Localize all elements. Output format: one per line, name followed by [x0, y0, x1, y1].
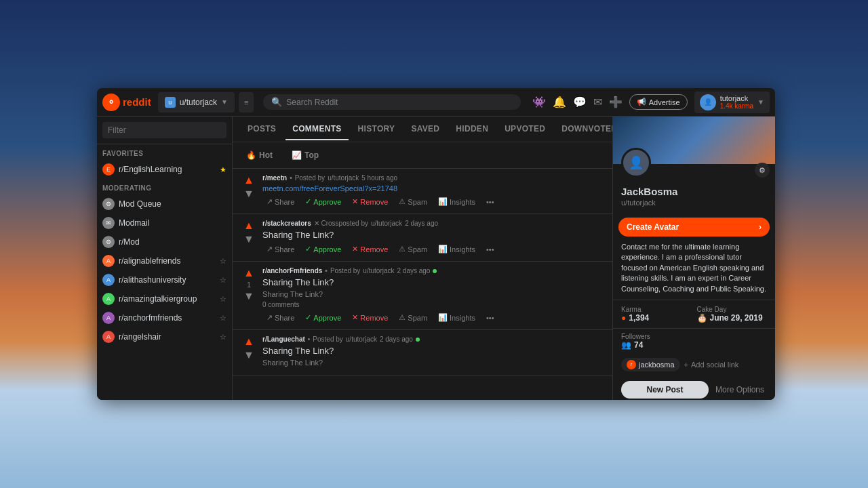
alignable-icon: A: [102, 255, 115, 267]
tab-arrow-icon: ▼: [221, 98, 228, 106]
spam-button[interactable]: ⚠ Spam: [395, 195, 431, 208]
post-subreddit[interactable]: r/stackcreators: [262, 220, 311, 227]
sidebar-filter: [97, 117, 232, 144]
downvote-button[interactable]: ▼: [243, 188, 254, 200]
upvote-button[interactable]: ▲: [243, 220, 254, 232]
sidebar-item-alitash[interactable]: A r/alithashuniversity ☆: [97, 270, 232, 289]
share-button[interactable]: ↗ Share: [262, 243, 298, 256]
more-actions-button[interactable]: •••: [482, 196, 498, 208]
post-link[interactable]: meetn.com/freeForeverSpecial?x=21748: [262, 184, 604, 192]
approve-label: Approve: [313, 198, 341, 206]
sort-top[interactable]: 📈 Top: [286, 148, 324, 163]
post-author[interactable]: u/tutorjack: [346, 336, 377, 343]
tab-posts[interactable]: POSTS: [241, 119, 283, 140]
insights-button[interactable]: 📊 Insights: [434, 195, 479, 208]
approve-button[interactable]: ✓ Approve: [301, 195, 345, 208]
followers-icon: 👥: [621, 340, 631, 350]
sidebar-item-amazing[interactable]: A r/amazingtalkiergroup ☆: [97, 289, 232, 308]
tab-history[interactable]: HISTORY: [351, 119, 402, 140]
crosspost-label: ✕ Crossposted by: [314, 220, 368, 227]
reddit-wordmark: reddit: [123, 96, 151, 108]
share-button[interactable]: ↗ Share: [262, 311, 298, 324]
sidebar-item-mod-queue[interactable]: ⚙ Mod Queue: [97, 195, 232, 214]
tab-downvoted[interactable]: DOWNVOTED: [555, 119, 612, 140]
upvote-button[interactable]: ▲: [243, 336, 254, 348]
share-button[interactable]: ↗ Share: [262, 195, 298, 208]
tab-saved[interactable]: SAVED: [404, 119, 446, 140]
profile-bio: Contact me for the ultimate learning exp…: [613, 242, 775, 300]
sidebar-item-alignable[interactable]: A r/alignablefriends ☆: [97, 251, 232, 270]
search-input[interactable]: [286, 98, 513, 107]
sort-bar: 🔥 Hot 📈 Top: [233, 142, 612, 169]
mod-queue-icon: ⚙: [102, 198, 115, 210]
followers-label: Followers: [621, 333, 767, 340]
post-subreddit[interactable]: r/Languechat: [262, 336, 305, 343]
sidebar-filter-input[interactable]: [102, 122, 226, 138]
remove-button[interactable]: ✕ Remove: [348, 311, 392, 324]
sort-hot[interactable]: 🔥 Hot: [241, 148, 278, 163]
more-actions-button[interactable]: •••: [482, 312, 498, 324]
post-subreddit[interactable]: r/anchorFmfriends: [262, 267, 322, 274]
post-title[interactable]: Sharing The Link?: [262, 277, 604, 287]
more-actions-button[interactable]: •••: [482, 243, 498, 256]
header: ⚬ reddit u u/tutorjack ▼ ≡ 🔍 👾 🔔 💬 ✉ ➕ 📢…: [97, 88, 775, 117]
cake-icon: 🎂: [697, 313, 707, 323]
remove-button[interactable]: ✕ Remove: [348, 243, 392, 256]
profile-avatar: 👤: [621, 148, 651, 178]
message-icon[interactable]: ✉: [593, 96, 602, 108]
advertise-button[interactable]: 📢 Advertise: [629, 94, 688, 110]
sidebar-item-angels[interactable]: A r/angelshair ☆: [97, 327, 232, 346]
sidebar-item-modmail[interactable]: ✉ Modmail: [97, 214, 232, 232]
remove-button[interactable]: ✕ Remove: [348, 195, 392, 208]
angels-label: r/angelshair: [119, 332, 161, 342]
hot-label: Hot: [259, 150, 273, 160]
sidebar-item-english-learning[interactable]: E r/EnglishLearning ★: [97, 160, 232, 179]
new-post-button[interactable]: New Post: [621, 381, 709, 399]
upvote-button[interactable]: ▲: [243, 267, 254, 279]
alien-icon[interactable]: 👾: [532, 96, 546, 108]
spam-button[interactable]: ⚠ Spam: [395, 311, 431, 324]
anchor-label: r/anchorfmfriends: [119, 313, 182, 323]
add-social-link[interactable]: + Add social link: [684, 361, 739, 369]
downvote-button[interactable]: ▼: [243, 233, 254, 245]
approve-button[interactable]: ✓ Approve: [301, 311, 345, 324]
user-menu[interactable]: 👤 tutorjack 1.4k karma ▼: [694, 92, 770, 113]
action-buttons: New Post More Options: [613, 375, 775, 400]
upvote-button[interactable]: ▲: [243, 174, 254, 186]
insights-button[interactable]: 📊 Insights: [434, 311, 479, 324]
post-separator: •: [308, 336, 311, 343]
post-time: 5 hours ago: [361, 174, 397, 182]
filter-button[interactable]: ≡: [239, 92, 254, 113]
user-tab[interactable]: u u/tutorjack ▼: [158, 92, 235, 113]
followers-number: 74: [634, 340, 643, 350]
content-area: FAVORITES E r/EnglishLearning ★ MODERATI…: [97, 117, 775, 400]
vote-column: ▲ ▼: [241, 336, 257, 369]
plus-icon[interactable]: ➕: [609, 96, 623, 108]
post-title[interactable]: Sharing The Link?: [262, 230, 604, 240]
post-author[interactable]: u/tutorjack: [328, 174, 359, 182]
tab-comments[interactable]: COMMENTS: [285, 119, 348, 140]
post-author[interactable]: u/tutorjack: [371, 220, 402, 227]
chat-icon[interactable]: 💬: [573, 96, 587, 108]
social-link-jackbosma[interactable]: r jackbosma: [621, 358, 680, 371]
downvote-button[interactable]: ▼: [243, 349, 254, 361]
reddit-logo[interactable]: ⚬ reddit: [102, 94, 151, 111]
tab-hidden[interactable]: HIDDEN: [449, 119, 495, 140]
bell-icon[interactable]: 🔔: [553, 96, 566, 108]
search-bar[interactable]: 🔍: [263, 94, 521, 110]
create-avatar-button[interactable]: Create Avatar ›: [618, 218, 770, 237]
sidebar-item-anchor[interactable]: A r/anchorfmfriends ☆: [97, 308, 232, 327]
sidebar-item-r-mod[interactable]: ⚙ r/Mod: [97, 232, 232, 251]
profile-edit-button[interactable]: ⚙: [755, 163, 770, 178]
insights-button[interactable]: 📊 Insights: [434, 243, 479, 256]
post-author[interactable]: u/tutorjack: [363, 267, 394, 274]
karma-value: ● 1,394: [621, 313, 692, 323]
spam-button[interactable]: ⚠ Spam: [395, 243, 431, 256]
remove-label: Remove: [360, 198, 388, 206]
downvote-button[interactable]: ▼: [243, 290, 254, 302]
tab-upvoted[interactable]: UPVOTED: [498, 119, 552, 140]
post-title[interactable]: Sharing The Link?: [262, 346, 604, 356]
approve-button[interactable]: ✓ Approve: [301, 243, 345, 256]
more-options-button[interactable]: More Options: [713, 381, 767, 399]
post-subreddit[interactable]: r/meetn: [262, 174, 287, 182]
